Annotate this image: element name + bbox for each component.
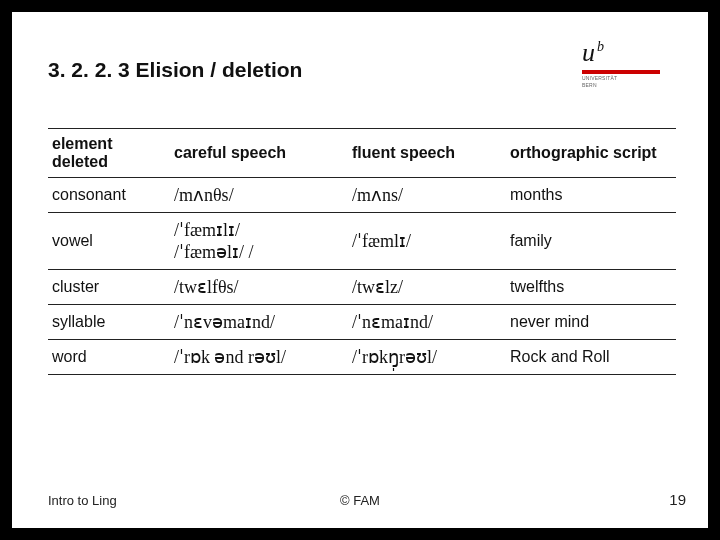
footer-center: © FAM	[12, 493, 708, 508]
logo-bar	[582, 70, 660, 74]
col-careful: careful speech	[170, 129, 348, 178]
table-header-row: element deleted careful speech fluent sp…	[48, 129, 676, 178]
cell-fluent: /mʌns/	[348, 178, 506, 213]
table-row: syllable /ˈnɛvəmaɪnd/ /ˈnɛmaɪnd/ never m…	[48, 305, 676, 340]
cell-element: vowel	[48, 213, 170, 270]
logo-subtext-1: UNIVERSITÄT	[582, 75, 672, 81]
logo-subtext-2: BERN	[582, 82, 672, 88]
table-row: word /ˈrɒk ənd rəʊl/ /ˈrɒkŋ̩rəʊl/ Rock a…	[48, 340, 676, 375]
table-row: vowel /ˈfæmɪlɪ/ /ˈfæməlɪ/ / /ˈfæmlɪ/ fam…	[48, 213, 676, 270]
cell-careful: /ˈfæmɪlɪ/ /ˈfæməlɪ/ /	[170, 213, 348, 270]
slide-title: 3. 2. 2. 3 Elision / deletion	[48, 58, 302, 82]
slide: 3. 2. 2. 3 Elision / deletion ub UNIVERS…	[12, 12, 708, 528]
page-number: 19	[669, 491, 686, 508]
logo-mark: ub	[582, 40, 672, 66]
table-row: consonant /mʌnθs/ /mʌns/ months	[48, 178, 676, 213]
cell-fluent: /ˈrɒkŋ̩rəʊl/	[348, 340, 506, 375]
university-logo: ub UNIVERSITÄT BERN	[582, 40, 672, 88]
cell-element: cluster	[48, 270, 170, 305]
cell-careful: /twɛlfθs/	[170, 270, 348, 305]
cell-ortho: family	[506, 213, 676, 270]
cell-fluent: /ˈnɛmaɪnd/	[348, 305, 506, 340]
cell-ortho: Rock and Roll	[506, 340, 676, 375]
col-ortho: orthographic script	[506, 129, 676, 178]
cell-element: syllable	[48, 305, 170, 340]
logo-sup: b	[597, 39, 604, 54]
cell-careful: /ˈnɛvəmaɪnd/	[170, 305, 348, 340]
cell-careful: /ˈrɒk ənd rəʊl/	[170, 340, 348, 375]
cell-element: consonant	[48, 178, 170, 213]
col-element: element deleted	[48, 129, 170, 178]
table-row: cluster /twɛlfθs/ /twɛlz/ twelfths	[48, 270, 676, 305]
cell-ortho: months	[506, 178, 676, 213]
cell-fluent: /twɛlz/	[348, 270, 506, 305]
cell-careful: /mʌnθs/	[170, 178, 348, 213]
cell-fluent: /ˈfæmlɪ/	[348, 213, 506, 270]
logo-letter: u	[582, 38, 595, 67]
cell-ortho: never mind	[506, 305, 676, 340]
cell-element: word	[48, 340, 170, 375]
elision-table: element deleted careful speech fluent sp…	[48, 128, 676, 375]
cell-ortho: twelfths	[506, 270, 676, 305]
col-fluent: fluent speech	[348, 129, 506, 178]
